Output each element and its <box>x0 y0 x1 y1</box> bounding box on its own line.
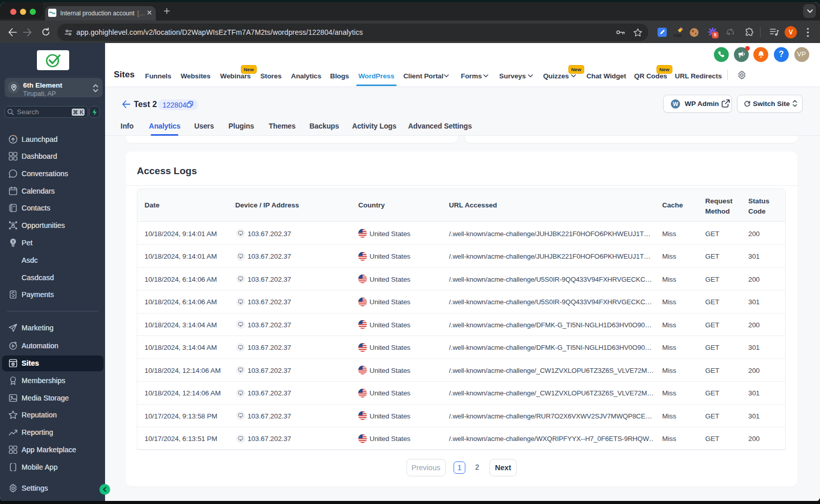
svg-text:W: W <box>673 101 679 107</box>
svg-text:css: css <box>674 33 681 38</box>
